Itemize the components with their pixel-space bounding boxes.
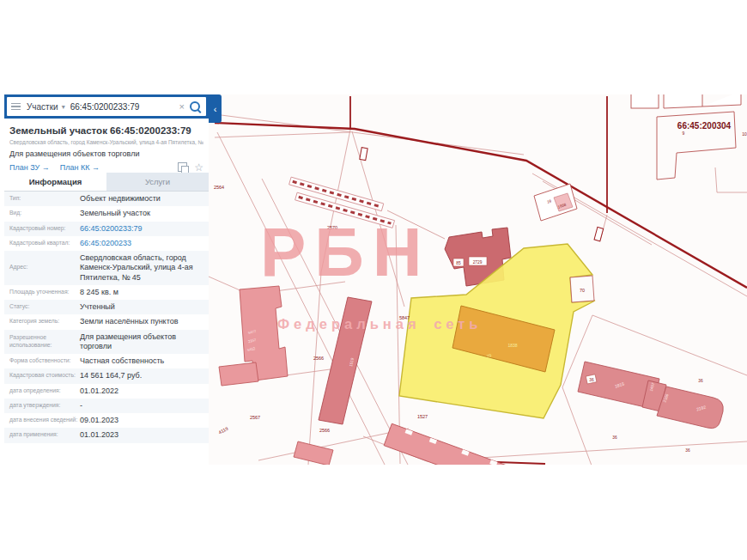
info-row-value: Земли населённых пунктов [80,317,203,326]
info-row-label: Категория земель: [9,318,80,326]
map-label: 1838 [507,343,517,348]
search-bar: Участки ▾ 66:45:0200233:79 × [4,94,209,119]
info-row-label: Форма собственности: [9,357,80,365]
map-label: 66:45:200304 [677,121,732,131]
info-row: Кадастровый номер:66:45:0200233:79 [4,222,209,236]
map-label: 85 [456,261,461,265]
info-row-value: Земельный участок [80,209,203,218]
info-row: Площадь уточненная:8 245 кв. м [4,285,209,300]
overlay-plan-icon[interactable] [178,162,187,172]
plan-links-row: План ЗУ → План КК → ☆ [9,162,203,172]
info-row-label: дата определения: [9,387,80,395]
info-row-label: Кадастровый номер: [9,225,80,233]
map-label: 2566 [319,428,330,433]
cadastral-map[interactable]: 66:45:2003049102564257058471527256625662… [209,94,747,465]
info-row: Разрешенное использование:Для размещения… [4,330,209,355]
building-small-left [219,362,258,386]
info-row: Форма собственности:Частная собственност… [4,354,209,368]
watermark-logo: РБН [260,218,431,287]
parcel-title: Земельный участок 66:45:0200233:79 [9,125,203,136]
info-row-value: 01.01.2022 [80,387,203,396]
map-label: 10 [742,131,747,137]
search-category-dropdown[interactable]: Участки [27,102,58,112]
search-box[interactable]: Участки ▾ 66:45:0200233:79 × [7,97,206,116]
panel-collapse-button[interactable]: ‹ [209,94,222,123]
info-row-value-link[interactable]: 66:45:0200233 [80,239,203,248]
clear-icon[interactable]: × [179,101,185,112]
info-row: Тип:Объект недвижимости [4,192,209,206]
map-label: 70 [580,288,585,293]
info-row: Статус:Учтенный [4,300,209,314]
map-label: 36 [612,435,617,440]
info-row-label: Адрес: [9,264,80,271]
parcel-header: Земельный участок 66:45:0200233:79 Сверд… [4,119,209,173]
map-label: 36 [698,379,703,383]
info-row-label: Кадастровый квартал: [9,240,80,247]
info-row: Категория земель:Земли населённых пункто… [4,314,209,329]
info-row: дата утверждения:- [4,399,209,413]
tab-services[interactable]: Услуги [106,173,209,191]
parcel-usage: Для размещения объектов торговли [9,149,203,158]
map-label: 36 [685,448,690,453]
map-label: 2566 [313,356,324,361]
info-row-value: 01.01.2023 [80,430,203,440]
info-row: дата определения:01.01.2022 [4,384,209,399]
parcel-address: Свердловская область, город Каменск-Урал… [9,139,203,145]
map-label: 36 [589,378,594,382]
app-window: Участки ▾ 66:45:0200233:79 × Земельный у… [0,0,747,560]
info-row-label: Разрешенное использование: [9,334,80,350]
info-row-value: - [80,401,203,411]
watermark-tagline: Федеральная сеть [277,316,483,332]
info-row-value: Свердловская область, город Каменск-Урал… [80,253,203,283]
info-row-label: дата внесения сведений: [9,417,80,424]
info-row: Вид:Земельный участок [4,206,209,221]
plan-zu-link[interactable]: План ЗУ → [9,163,50,172]
info-row-value-link[interactable]: 66:45:0200233:79 [80,224,203,234]
info-row: дата внесения сведений:09.01.2023 [4,413,209,428]
info-row: Кадастровая стоимость:14 561 164,7 руб. [4,368,209,383]
info-row-label: дата утверждения: [9,402,80,410]
info-row-value: Для размещения объектов торговли [80,332,203,352]
panel-tabs: Информация Услуги [4,173,209,192]
plan-kk-link[interactable]: План КК → [60,163,100,172]
map-label: 2564 [214,185,224,190]
info-row: Адрес:Свердловская область, город Каменс… [4,251,209,285]
info-row-label: Вид: [9,210,80,217]
info-row-label: Тип: [9,195,80,203]
info-row-label: Площадь уточненная: [9,289,80,296]
info-row-label: Статус: [9,303,80,311]
menu-icon[interactable] [11,103,21,111]
search-input[interactable]: 66:45:0200233:79 [70,102,174,112]
info-row-label: Кадастровая стоимость: [9,372,80,380]
info-row-label: дата применения: [9,431,80,439]
info-row-value: Объект недвижимости [80,194,203,204]
chevron-down-icon[interactable]: ▾ [62,103,65,111]
info-rows: Тип:Объект недвижимостиВид:Земельный уча… [4,192,209,443]
map-label: 2567 [250,415,260,420]
info-row-value: 8 245 кв. м [80,288,203,297]
map-label: 1527 [417,414,428,419]
map-label: 9 [683,131,685,136]
info-row-value: 14 561 164,7 руб. [80,371,203,380]
tab-information[interactable]: Информация [4,173,106,191]
info-row-value: 09.01.2023 [80,416,203,425]
info-row-value: Учтенный [80,302,203,312]
map-label: 2729 [473,260,483,265]
info-row-value: Частная собственность [80,356,203,366]
info-row: дата применения:01.01.2023 [4,428,209,442]
search-icon[interactable] [190,101,200,112]
info-row: Кадастровый квартал:66:45:0200233 [4,236,209,251]
favorite-star-icon[interactable]: ☆ [194,163,203,172]
parcel-info-panel: Участки ▾ 66:45:0200233:79 × Земельный у… [4,94,209,465]
